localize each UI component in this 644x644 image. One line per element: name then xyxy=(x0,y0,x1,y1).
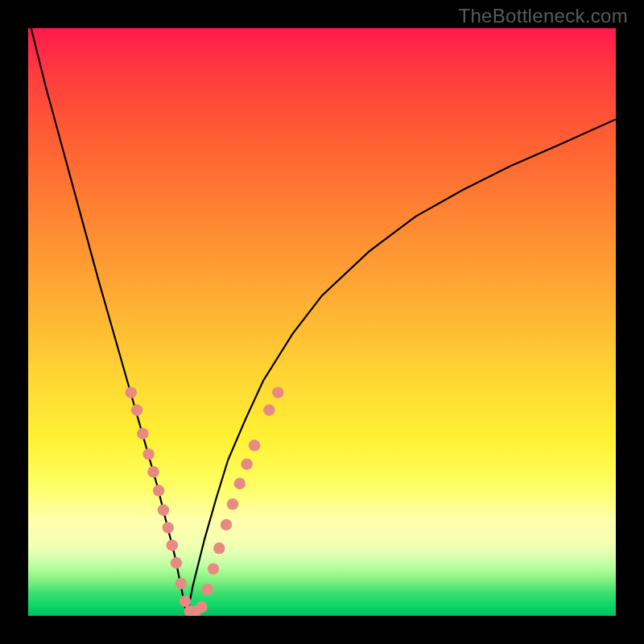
curve-dot xyxy=(126,386,137,398)
curve-dot xyxy=(208,563,219,574)
curve-dot xyxy=(241,458,252,469)
chart-frame: TheBottleneck.com xyxy=(0,0,644,644)
curve-dot xyxy=(142,448,154,460)
watermark-text: TheBottleneck.com xyxy=(458,5,628,27)
curve-dot xyxy=(167,539,178,551)
curve-dot xyxy=(201,584,213,595)
curve-dot xyxy=(171,557,182,568)
curve-dot xyxy=(234,478,246,489)
curve-dot xyxy=(131,404,142,415)
curve-dot xyxy=(249,440,260,451)
curve-dot xyxy=(196,601,207,613)
curve-dot xyxy=(137,428,148,440)
curve-dot xyxy=(147,466,159,477)
curve-dot xyxy=(175,578,187,589)
curve-dot xyxy=(272,386,283,398)
curve-dot xyxy=(158,504,169,515)
curve-dot xyxy=(213,543,225,554)
curve-dot xyxy=(221,519,232,530)
curve-right-branch xyxy=(187,119,616,616)
curve-dot xyxy=(263,404,275,415)
curve-dot xyxy=(180,596,191,607)
bottleneck-curve xyxy=(28,28,616,616)
curve-dot xyxy=(163,522,174,533)
curve-sample-dots xyxy=(126,386,284,616)
curve-dot xyxy=(153,485,164,496)
curve-dot xyxy=(227,498,238,510)
plot-area xyxy=(28,28,616,616)
